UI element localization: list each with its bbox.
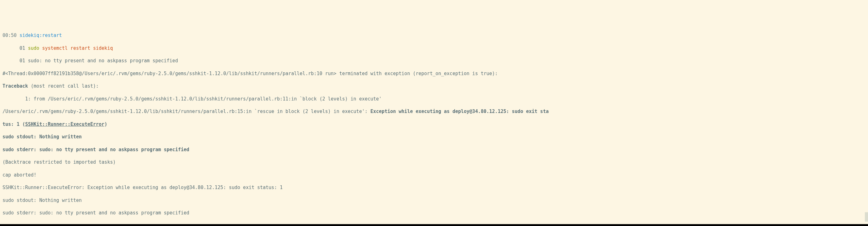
backtrace-note: (Backtrace restricted to imported tasks) (2, 159, 866, 165)
sudo-stdout: sudo stdout: Nothing written (2, 197, 866, 203)
trace-path: /Users/eric/.rvm/gems/ruby-2.5.0/gems/ss… (2, 108, 370, 114)
timestamp: 00:50 (2, 33, 17, 38)
sudo-stderr: sudo stderr: sudo: no tty present and no… (2, 147, 866, 153)
sudo-stderr: sudo stderr: sudo: no tty present and no… (2, 210, 866, 216)
log-line: 01 sudo systemctl restart sidekiq (2, 45, 866, 51)
trace-frame: /Users/eric/.rvm/gems/ruby-2.5.0/gems/ss… (2, 108, 866, 115)
traceback-label: Traceback (2, 83, 28, 89)
sudo-stdout: sudo stdout: Nothing written (2, 134, 866, 140)
trace-frame: tus: 1 (SSHKit::Runner::ExecuteError) (2, 121, 866, 127)
systemctl-command: systemctl restart sidekiq (39, 45, 113, 51)
trace-frame: 1: from /Users/eric/.rvm/gems/ruby-2.5.0… (2, 96, 866, 102)
log-line: 00:50 sidekiq:restart (2, 32, 866, 38)
task-name: sidekiq:restart (17, 33, 62, 38)
cmd-prefix: 01 (2, 45, 28, 51)
execute-error: SSHKit::Runner::ExecuteError: Exception … (2, 184, 866, 191)
exception-class: SSHKit::Runner::ExecuteError (25, 122, 104, 127)
terminal-output[interactable]: 00:50 sidekiq:restart 01 sudo systemctl … (2, 26, 866, 226)
traceback-header: Traceback (most recent call last): (2, 83, 866, 89)
exception-message: Exception while executing as deploy@34.8… (370, 108, 549, 114)
exception-close: ) (104, 122, 107, 127)
traceback-suffix: (most recent call last): (28, 83, 99, 89)
cap-aborted: cap aborted! (2, 172, 866, 178)
log-line: 01 sudo: no tty present and no askpass p… (2, 58, 866, 64)
thread-error-line: #<Thread:0x00007ff82191b358@/Users/eric/… (2, 70, 866, 77)
sudo-keyword: sudo (28, 45, 39, 51)
exception-message: tus: 1 ( (2, 122, 25, 127)
window-border (0, 224, 868, 226)
scrollbar-thumb[interactable] (865, 212, 868, 222)
